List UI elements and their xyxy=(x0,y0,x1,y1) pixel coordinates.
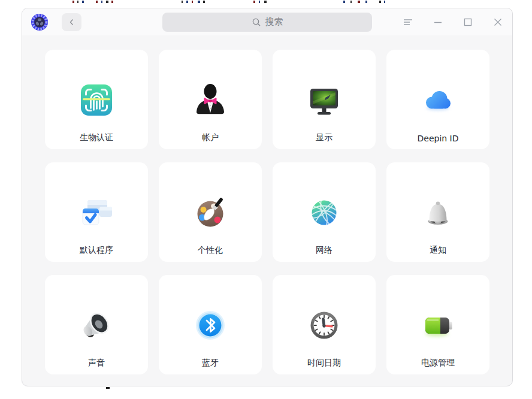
battery-icon xyxy=(419,306,457,344)
titlebar: 搜索 xyxy=(22,8,512,35)
search-icon xyxy=(252,17,261,27)
tile-label: 默认程序 xyxy=(45,245,148,256)
account-icon xyxy=(191,81,229,119)
minimize-button[interactable] xyxy=(433,17,443,27)
tile-label: 声音 xyxy=(45,358,148,368)
tiles-grid: 生物认证 帐户 显示 xyxy=(22,35,512,374)
tile-label: 生物认证 xyxy=(45,132,148,143)
tile-label: 蓝牙 xyxy=(159,358,262,368)
globe-icon xyxy=(305,194,343,232)
tile-label: 网络 xyxy=(273,245,376,256)
maximize-button[interactable] xyxy=(463,17,473,27)
tile-label: 个性化 xyxy=(159,245,262,256)
tile-label: 时间日期 xyxy=(273,358,376,368)
tile-accounts[interactable]: 帐户 xyxy=(159,50,262,149)
bluetooth-icon xyxy=(191,306,229,344)
close-button[interactable] xyxy=(492,17,503,27)
palette-icon xyxy=(191,194,229,232)
menu-icon xyxy=(403,18,413,26)
monitor-icon xyxy=(305,81,343,119)
fingerprint-icon xyxy=(77,81,116,119)
app-logo-icon xyxy=(31,13,49,31)
tile-personalization[interactable]: 个性化 xyxy=(159,162,262,262)
cloud-icon xyxy=(419,81,457,119)
maximize-icon xyxy=(463,17,473,27)
search-input[interactable]: 搜索 xyxy=(162,13,372,32)
menu-button[interactable] xyxy=(403,17,413,27)
tile-label: 通知 xyxy=(386,245,489,256)
default-apps-icon xyxy=(77,194,116,232)
control-center-window: 搜索 xyxy=(22,8,513,386)
minimize-icon xyxy=(433,17,443,27)
tile-default-apps[interactable]: 默认程序 xyxy=(45,162,148,262)
close-icon xyxy=(493,17,503,27)
search-placeholder: 搜索 xyxy=(265,16,283,28)
tile-biometric-auth[interactable]: 生物认证 xyxy=(45,50,148,149)
bell-icon xyxy=(419,194,457,232)
tile-sound[interactable]: 声音 xyxy=(45,275,148,374)
tile-label: Deepin ID xyxy=(386,134,489,143)
tile-label: 显示 xyxy=(273,132,376,143)
tile-notifications[interactable]: 通知 xyxy=(386,162,489,262)
tile-label: 电源管理 xyxy=(386,358,489,368)
tile-deepin-id[interactable]: Deepin ID xyxy=(386,50,489,149)
tile-network[interactable]: 网络 xyxy=(273,162,376,262)
tile-display[interactable]: 显示 xyxy=(273,50,376,149)
clock-icon xyxy=(305,306,343,344)
tile-bluetooth[interactable]: 蓝牙 xyxy=(159,275,262,374)
tile-power[interactable]: 电源管理 xyxy=(386,275,489,374)
tile-label: 帐户 xyxy=(159,132,262,143)
tile-datetime[interactable]: 时间日期 xyxy=(273,275,376,374)
speaker-icon xyxy=(77,306,116,344)
window-controls xyxy=(403,17,504,27)
chevron-left-icon xyxy=(68,18,76,26)
back-button[interactable] xyxy=(62,13,81,31)
